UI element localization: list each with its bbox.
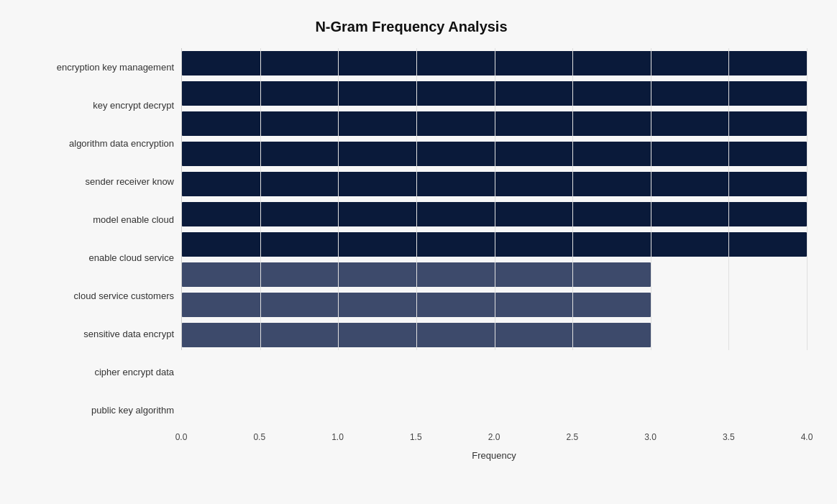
y-label: cipher encrypt data <box>94 354 174 390</box>
bar <box>182 51 807 75</box>
y-label: model enable cloud <box>93 201 174 237</box>
y-label: public key algorithm <box>91 392 174 428</box>
y-label: algorithm data encryption <box>69 125 174 161</box>
x-tick: 0.0 <box>175 432 188 442</box>
chart-area: encryption key managementkey encrypt dec… <box>16 48 807 429</box>
bar-row <box>182 78 807 109</box>
y-axis: encryption key managementkey encrypt dec… <box>16 48 181 429</box>
y-label: cloud service customers <box>74 278 174 313</box>
bar-row <box>182 48 807 78</box>
bar-row <box>182 260 807 290</box>
bar-row <box>182 199 807 229</box>
x-axis: 0.00.51.01.52.02.53.03.54.0 Frequency <box>181 432 807 461</box>
x-tick: 3.5 <box>723 432 735 442</box>
y-label: sensitive data encrypt <box>83 316 174 352</box>
bar-row <box>182 320 807 350</box>
bar <box>182 323 651 347</box>
bar <box>182 293 651 317</box>
bar <box>182 111 807 136</box>
bar-row <box>182 290 807 320</box>
y-label: key encrypt decrypt <box>93 87 174 123</box>
grid-line <box>807 48 808 350</box>
chart-title: N-Gram Frequency Analysis <box>16 19 807 35</box>
y-label: sender receiver know <box>85 163 174 199</box>
x-tick: 3.0 <box>644 432 657 442</box>
x-tick: 2.0 <box>488 432 500 442</box>
bar <box>182 142 807 166</box>
x-tick: 1.5 <box>410 432 422 442</box>
x-tick: 0.5 <box>253 432 265 442</box>
x-tick: 2.5 <box>566 432 578 442</box>
bar <box>182 202 807 226</box>
bar-row <box>182 169 807 199</box>
x-ticks: 0.00.51.01.52.02.53.03.54.0 <box>181 432 807 446</box>
x-axis-label: Frequency <box>181 450 807 461</box>
chart-container: N-Gram Frequency Analysis encryption key… <box>9 4 828 500</box>
x-tick: 1.0 <box>331 432 344 442</box>
bar-row <box>182 109 807 139</box>
bar-row <box>182 229 807 260</box>
y-label: encryption key management <box>57 49 174 85</box>
x-tick: 4.0 <box>801 432 813 442</box>
bar <box>182 262 651 287</box>
plot-wrapper: 0.00.51.01.52.02.53.03.54.0 Frequency <box>181 48 807 429</box>
plot-area <box>181 48 807 350</box>
bar <box>182 172 807 196</box>
bar <box>182 81 807 106</box>
bar-row <box>182 139 807 169</box>
bar <box>182 232 807 257</box>
y-label: enable cloud service <box>88 239 174 275</box>
